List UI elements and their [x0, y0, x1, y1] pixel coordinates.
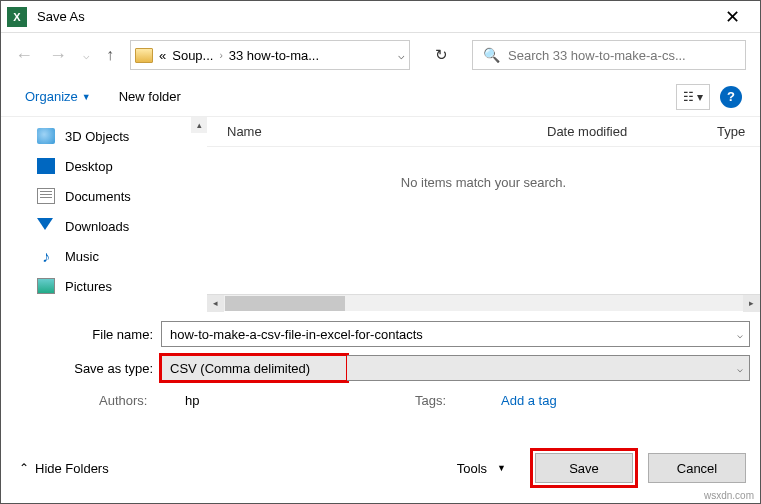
scroll-right-button[interactable]: ▸: [743, 295, 760, 312]
search-icon: 🔍: [483, 47, 500, 63]
scroll-left-button[interactable]: ◂: [207, 295, 224, 312]
savetype-highlighted[interactable]: CSV (Comma delimited): [159, 353, 349, 383]
chevron-down-icon: ▼: [82, 92, 91, 102]
sidebar-item-label: Desktop: [65, 159, 113, 174]
tools-dropdown[interactable]: Tools ▼: [457, 461, 506, 476]
content-pane: Name Date modified Type No items match y…: [207, 117, 760, 311]
view-options-button[interactable]: ☷ ▾: [676, 84, 710, 110]
organize-button[interactable]: Organize ▼: [25, 89, 91, 104]
authors-value[interactable]: hp: [185, 393, 407, 408]
back-button[interactable]: ←: [15, 45, 33, 66]
refresh-button[interactable]: ↻: [426, 46, 456, 64]
filename-label: File name:: [11, 327, 161, 342]
savetype-dropdown-icon[interactable]: ⌵: [737, 363, 743, 374]
organize-label: Organize: [25, 89, 78, 104]
breadcrumb-1[interactable]: Soup...: [172, 48, 213, 63]
column-headers: Name Date modified Type: [207, 117, 760, 147]
form-area: File name: how-to-make-a-csv-file-in-exc…: [1, 311, 760, 412]
sidebar: ▴ 3D Objects Desktop Documents Downloads…: [1, 117, 207, 311]
footer: ⌃ Hide Folders Tools ▼ Save Cancel: [1, 449, 760, 487]
column-header-date[interactable]: Date modified: [547, 124, 717, 139]
filename-input[interactable]: how-to-make-a-csv-file-in-excel-for-cont…: [161, 321, 750, 347]
search-input[interactable]: 🔍 Search 33 how-to-make-a-cs...: [472, 40, 746, 70]
sidebar-item-pictures[interactable]: Pictures: [5, 271, 203, 301]
hide-folders-label: Hide Folders: [35, 461, 109, 476]
chevron-up-icon: ⌃: [19, 461, 29, 475]
savetype-dropdown-ext[interactable]: ⌵: [347, 355, 750, 381]
address-dropdown-icon[interactable]: ⌵: [398, 49, 405, 62]
new-folder-button[interactable]: New folder: [119, 89, 181, 104]
body: ▴ 3D Objects Desktop Documents Downloads…: [1, 117, 760, 311]
music-icon: ♪: [37, 248, 55, 264]
column-header-name[interactable]: Name: [227, 124, 547, 139]
filename-dropdown-icon[interactable]: ⌵: [737, 329, 743, 340]
breadcrumb-prefix: «: [159, 48, 166, 63]
sidebar-item-label: Documents: [65, 189, 131, 204]
column-header-type[interactable]: Type: [717, 124, 760, 139]
authors-label: Authors:: [99, 393, 177, 408]
save-highlight: Save: [530, 448, 638, 488]
save-button[interactable]: Save: [535, 453, 633, 483]
titlebar: X Save As ✕: [1, 1, 760, 33]
tools-label: Tools: [457, 461, 487, 476]
chevron-right-icon[interactable]: ›: [219, 50, 222, 61]
download-icon: [37, 218, 55, 234]
filename-value: how-to-make-a-csv-file-in-excel-for-cont…: [170, 327, 423, 342]
sidebar-item-label: Downloads: [65, 219, 129, 234]
recent-dropdown-icon[interactable]: ⌵: [83, 49, 90, 62]
chevron-down-icon: ▼: [497, 463, 506, 473]
address-bar[interactable]: « Soup... › 33 how-to-ma... ⌵: [130, 40, 410, 70]
excel-app-icon: X: [7, 7, 27, 27]
breadcrumb-2[interactable]: 33 how-to-ma...: [229, 48, 319, 63]
folder-icon: [135, 48, 153, 63]
sidebar-item-label: Music: [65, 249, 99, 264]
hide-folders-button[interactable]: ⌃ Hide Folders: [19, 461, 109, 476]
cancel-button[interactable]: Cancel: [648, 453, 746, 483]
sidebar-item-label: Pictures: [65, 279, 112, 294]
sidebar-item-documents[interactable]: Documents: [5, 181, 203, 211]
sidebar-item-3d-objects[interactable]: 3D Objects: [5, 121, 203, 151]
navbar: ← → ⌵ ↑ « Soup... › 33 how-to-ma... ⌵ ↻ …: [1, 33, 760, 77]
window-title: Save As: [37, 9, 710, 24]
3d-objects-icon: [37, 128, 55, 144]
up-button[interactable]: ↑: [106, 46, 114, 64]
sidebar-item-downloads[interactable]: Downloads: [5, 211, 203, 241]
scroll-thumb[interactable]: [225, 296, 345, 311]
watermark: wsxdn.com: [704, 490, 754, 501]
search-placeholder: Search 33 how-to-make-a-cs...: [508, 48, 686, 63]
tags-label: Tags:: [415, 393, 493, 408]
empty-message: No items match your search.: [207, 147, 760, 190]
desktop-icon: [37, 158, 55, 174]
pictures-icon: [37, 278, 55, 294]
toolbar: Organize ▼ New folder ☷ ▾ ?: [1, 77, 760, 117]
savetype-label: Save as type:: [11, 361, 161, 376]
tags-value[interactable]: Add a tag: [501, 393, 557, 408]
help-button[interactable]: ?: [720, 86, 742, 108]
sidebar-item-music[interactable]: ♪ Music: [5, 241, 203, 271]
sidebar-item-desktop[interactable]: Desktop: [5, 151, 203, 181]
horizontal-scrollbar[interactable]: ◂ ▸: [207, 294, 760, 311]
savetype-value: CSV (Comma delimited): [170, 361, 310, 376]
close-button[interactable]: ✕: [710, 2, 754, 32]
documents-icon: [37, 188, 55, 204]
sidebar-item-label: 3D Objects: [65, 129, 129, 144]
sidebar-scroll-up[interactable]: ▴: [191, 117, 207, 133]
forward-button[interactable]: →: [49, 45, 67, 66]
